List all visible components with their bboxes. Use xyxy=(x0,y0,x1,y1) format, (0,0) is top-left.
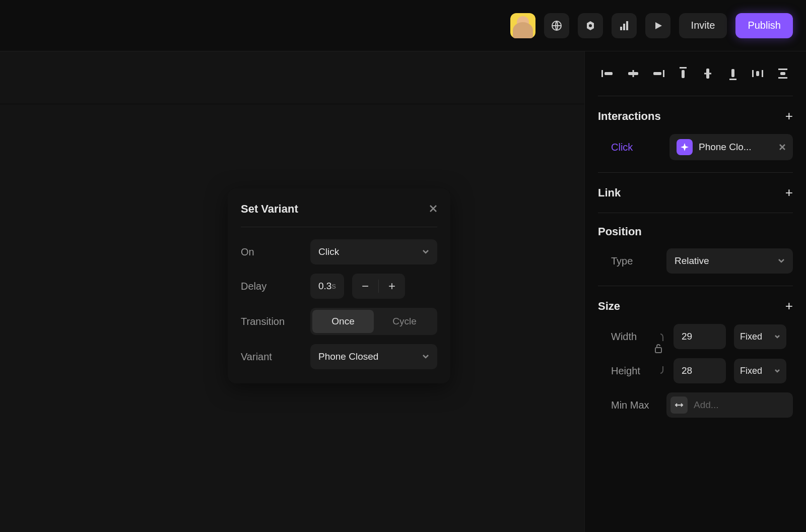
svg-rect-21 xyxy=(778,77,787,79)
align-top-button[interactable] xyxy=(673,63,693,84)
svg-rect-15 xyxy=(729,79,736,80)
variant-select[interactable]: Phone Closed xyxy=(310,344,437,369)
svg-rect-10 xyxy=(653,72,661,75)
distribute-h-button[interactable] xyxy=(748,63,768,84)
minmax-placeholder: Add... xyxy=(694,400,719,411)
link-header: Link + xyxy=(598,185,793,201)
interaction-action-chip[interactable]: Phone Clo... xyxy=(669,134,793,160)
interactions-title: Interactions xyxy=(598,110,661,123)
height-unit-select[interactable]: Fixed xyxy=(734,359,786,383)
canvas-divider xyxy=(0,104,584,104)
svg-rect-16 xyxy=(731,69,734,77)
set-variant-popup: Set Variant On Click Delay 0.3 xyxy=(228,188,450,383)
transition-once[interactable]: Once xyxy=(312,310,374,333)
align-right-icon xyxy=(651,69,664,78)
popup-close-button[interactable] xyxy=(429,203,437,216)
lock-connector-top xyxy=(658,332,664,341)
horizontal-resize-icon xyxy=(674,402,684,409)
chevron-down-icon xyxy=(422,354,429,359)
stepper-minus-button[interactable]: − xyxy=(352,274,378,299)
width-unit-value: Fixed xyxy=(740,331,762,342)
svg-rect-12 xyxy=(682,70,685,78)
on-select[interactable]: Click xyxy=(310,239,437,264)
height-input[interactable] xyxy=(674,358,726,383)
stepper-plus-button[interactable]: + xyxy=(379,274,405,299)
align-bottom-button[interactable] xyxy=(723,63,743,84)
align-left-button[interactable] xyxy=(598,63,618,84)
link-title: Link xyxy=(598,186,621,200)
distribute-v-button[interactable] xyxy=(773,63,793,84)
width-input[interactable] xyxy=(674,324,726,349)
minmax-icon-box xyxy=(670,396,688,414)
width-label: Width xyxy=(598,331,648,343)
delay-stepper: − + xyxy=(352,274,405,299)
svg-rect-5 xyxy=(601,70,603,77)
transition-cycle[interactable]: Cycle xyxy=(374,310,435,333)
minmax-label: Min Max xyxy=(598,400,666,411)
position-title: Position xyxy=(598,225,642,238)
lock-toggle[interactable] xyxy=(654,343,662,355)
svg-rect-3 xyxy=(623,24,625,30)
height-row: Height Fixed xyxy=(598,358,793,383)
canvas[interactable]: Set Variant On Click Delay 0.3 xyxy=(0,51,584,532)
settings-button[interactable] xyxy=(578,13,603,38)
on-label: On xyxy=(241,246,310,258)
svg-rect-19 xyxy=(756,71,759,76)
popup-title: Set Variant xyxy=(241,203,298,216)
delay-label: Delay xyxy=(241,281,310,292)
position-header: Position xyxy=(598,225,793,238)
align-vcenter-button[interactable] xyxy=(698,63,718,84)
align-hcenter-button[interactable] xyxy=(623,63,643,84)
interactions-header: Interactions + xyxy=(598,108,793,124)
svg-rect-8 xyxy=(628,72,638,75)
add-size-button[interactable]: + xyxy=(785,298,793,314)
alignment-row xyxy=(598,63,793,96)
hexagon-icon xyxy=(584,20,596,32)
align-bottom-icon xyxy=(728,67,737,80)
minmax-row: Min Max Add... xyxy=(598,392,793,418)
on-value: Click xyxy=(318,246,339,257)
popup-header: Set Variant xyxy=(241,203,437,227)
globe-button[interactable] xyxy=(544,13,569,38)
height-label: Height xyxy=(598,365,648,377)
preview-button[interactable] xyxy=(645,13,670,38)
add-link-button[interactable]: + xyxy=(785,185,793,201)
transition-row: Transition Once Cycle xyxy=(241,308,437,335)
publish-button[interactable]: Publish xyxy=(735,13,793,38)
svg-rect-4 xyxy=(626,21,628,30)
transition-segment: Once Cycle xyxy=(310,308,437,335)
position-type-value: Relative xyxy=(675,255,709,267)
invite-button[interactable]: Invite xyxy=(679,13,727,38)
analytics-button[interactable] xyxy=(612,13,637,38)
unlock-icon xyxy=(654,343,662,353)
sparkle-icon xyxy=(680,143,689,152)
variant-label: Variant xyxy=(241,351,310,363)
svg-rect-17 xyxy=(752,70,754,77)
add-interaction-button[interactable]: + xyxy=(785,108,793,124)
user-avatar[interactable] xyxy=(510,13,535,38)
delay-input[interactable]: 0.3 s xyxy=(310,274,344,299)
svg-rect-2 xyxy=(620,27,622,30)
minmax-field[interactable]: Add... xyxy=(666,392,793,418)
align-hcenter-icon xyxy=(627,69,640,78)
svg-rect-9 xyxy=(663,70,664,77)
transition-label: Transition xyxy=(241,316,310,327)
position-type-select[interactable]: Relative xyxy=(666,248,793,274)
close-icon xyxy=(429,205,437,213)
interaction-trigger[interactable]: Click xyxy=(598,142,663,153)
app-header: Invite Publish xyxy=(0,0,806,51)
remove-interaction-button[interactable] xyxy=(779,142,786,153)
properties-sidebar: Interactions + Click Phone Clo... Link + xyxy=(584,51,806,532)
chevron-down-icon xyxy=(422,249,429,254)
globe-icon xyxy=(551,20,563,32)
lock-connector-bottom xyxy=(658,366,664,375)
align-right-button[interactable] xyxy=(648,63,668,84)
svg-rect-14 xyxy=(706,69,709,79)
delay-value: 0.3 xyxy=(318,281,331,292)
chevron-down-icon xyxy=(778,258,785,263)
delay-unit: s xyxy=(331,281,336,291)
svg-rect-11 xyxy=(680,67,687,69)
align-vcenter-icon xyxy=(703,67,712,80)
width-unit-select[interactable]: Fixed xyxy=(734,324,786,349)
svg-point-1 xyxy=(589,24,592,27)
